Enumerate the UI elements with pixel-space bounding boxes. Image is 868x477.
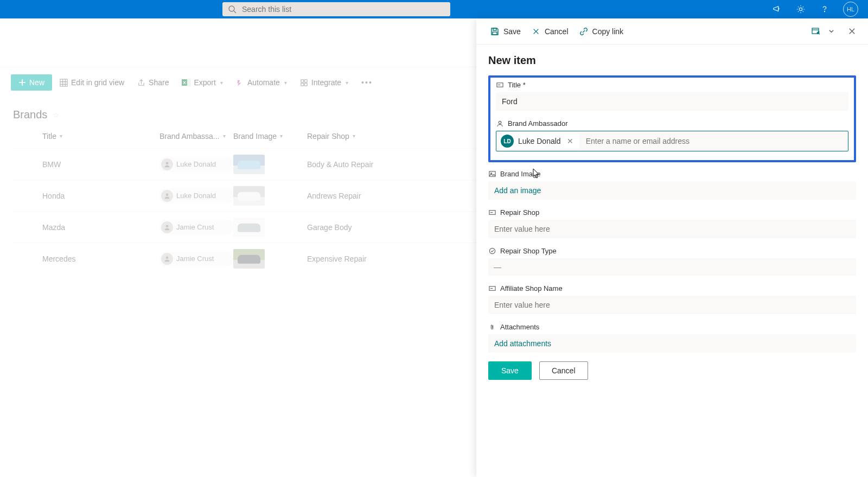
title-label-text: Title *: [508, 81, 526, 89]
text-field-icon: [488, 209, 496, 217]
field-attachments: Attachments Add attachments: [488, 323, 856, 353]
row-repair-shop: Garage Body: [307, 223, 405, 232]
field-brand-image: Brand Image Add an image: [488, 170, 856, 200]
svg-point-2: [799, 8, 802, 10]
column-header-repair-shop[interactable]: Repair Shop ▾: [307, 132, 405, 141]
add-image-link[interactable]: Add an image: [488, 181, 856, 200]
title-input[interactable]: [496, 92, 848, 111]
chip-name: Luke Donald: [518, 137, 561, 145]
panel-chevron-down-button[interactable]: [824, 24, 839, 39]
row-title[interactable]: Mercedes: [13, 255, 159, 263]
person-icon: [161, 221, 173, 233]
search-box[interactable]: [222, 2, 450, 16]
people-chip[interactable]: LD Luke Donald ✕: [500, 133, 579, 149]
chevron-down-icon: ▾: [346, 80, 348, 86]
excel-icon: X: [182, 78, 190, 87]
svg-point-24: [489, 248, 495, 253]
row-repair-shop: Body & Auto Repair: [307, 160, 405, 169]
text-field-icon: [488, 285, 496, 292]
svg-point-0: [229, 6, 234, 11]
panel-title: New item: [488, 54, 856, 67]
persona-chip[interactable]: Jamie Crust: [159, 251, 233, 266]
automate-label: Automate: [247, 78, 280, 87]
panel-copylink-label: Copy link: [592, 27, 624, 36]
panel-edit-form-button[interactable]: [808, 24, 824, 39]
attachments-label-text: Attachments: [500, 323, 539, 331]
column-header-ambassador[interactable]: Brand Ambassa... ▾: [159, 132, 233, 141]
repair-shop-type-value[interactable]: —: [488, 258, 856, 276]
column-header-image[interactable]: Brand Image ▾: [233, 132, 307, 141]
panel-commandbar: Save Cancel Copy link: [476, 18, 868, 44]
chevron-down-icon: ▾: [353, 133, 355, 139]
row-image: [233, 155, 307, 174]
megaphone-icon[interactable]: [771, 4, 782, 15]
row-ambassador: Luke Donald: [159, 188, 233, 203]
person-icon: [161, 158, 173, 170]
people-picker[interactable]: LD Luke Donald ✕: [496, 131, 848, 151]
car-thumbnail[interactable]: [233, 249, 265, 269]
row-title[interactable]: BMW: [13, 160, 159, 169]
panel-close-button[interactable]: [844, 24, 859, 39]
car-thumbnail[interactable]: [233, 218, 265, 237]
export-button[interactable]: X Export ▾: [176, 75, 228, 90]
svg-text:X: X: [183, 80, 187, 85]
add-attachments-link[interactable]: Add attachments: [488, 334, 856, 353]
cancel-button[interactable]: Cancel: [539, 361, 588, 380]
col-img-label: Brand Image: [233, 132, 277, 141]
new-button[interactable]: New: [11, 74, 52, 91]
share-icon: [137, 79, 145, 87]
svg-rect-17: [493, 32, 497, 35]
more-actions[interactable]: •••: [356, 75, 378, 90]
favorite-star-icon[interactable]: ☆: [53, 111, 60, 119]
svg-point-20: [499, 121, 501, 124]
svg-rect-11: [304, 83, 307, 86]
panel-copylink-button[interactable]: Copy link: [574, 24, 629, 39]
svg-rect-8: [301, 79, 304, 82]
save-icon: [490, 27, 499, 36]
svg-point-14: [166, 225, 169, 227]
row-title[interactable]: Mazda: [13, 223, 159, 232]
integrate-button[interactable]: Integrate ▾: [295, 75, 354, 90]
field-title: Title *: [496, 81, 848, 111]
persona-chip[interactable]: Luke Donald: [159, 188, 233, 203]
affiliate-input[interactable]: [488, 296, 856, 314]
ellipsis-icon: •••: [361, 78, 373, 87]
automate-button[interactable]: Automate ▾: [231, 75, 292, 90]
col-amb-label: Brand Ambassa...: [159, 132, 220, 141]
image-field-icon: [488, 170, 496, 178]
integrate-icon: [300, 79, 308, 87]
settings-icon[interactable]: [795, 4, 806, 15]
repair-shop-input[interactable]: [488, 220, 856, 238]
row-title[interactable]: Honda: [13, 192, 159, 200]
car-thumbnail[interactable]: [233, 186, 265, 206]
help-icon[interactable]: [819, 4, 830, 15]
persona-chip[interactable]: Jamie Crust: [159, 220, 233, 235]
search-input[interactable]: [241, 4, 445, 14]
user-avatar[interactable]: HL: [843, 2, 858, 17]
field-label-attachments: Attachments: [488, 323, 856, 331]
plus-icon: [18, 79, 26, 86]
column-header-title[interactable]: Title ▾: [13, 132, 159, 141]
car-thumbnail[interactable]: [233, 155, 265, 174]
panel-cancel-button[interactable]: Cancel: [526, 24, 574, 39]
panel-save-button[interactable]: Save: [485, 24, 526, 39]
chevron-down-icon: ▾: [284, 80, 287, 86]
field-repair-shop: Repair Shop: [488, 208, 856, 238]
chip-initials: LD: [501, 135, 514, 148]
chip-remove-icon[interactable]: ✕: [565, 137, 575, 145]
panel-cancel-label: Cancel: [545, 27, 569, 36]
edit-in-grid-view[interactable]: Edit in grid view: [54, 75, 130, 90]
panel-save-label: Save: [503, 27, 521, 36]
people-picker-input[interactable]: [585, 136, 845, 146]
chevron-down-icon: ▾: [223, 133, 226, 139]
ambassador-label-text: Brand Ambassador: [508, 119, 568, 128]
repair-shop-label-text: Repair Shop: [500, 208, 539, 217]
export-label: Export: [194, 78, 215, 87]
share-button[interactable]: Share: [132, 75, 174, 90]
persona-chip[interactable]: Luke Donald: [159, 157, 233, 172]
form-actions: Save Cancel: [488, 361, 856, 380]
save-button[interactable]: Save: [488, 361, 532, 380]
col-rep-label: Repair Shop: [307, 132, 349, 141]
topbar-right: HL: [771, 2, 863, 17]
text-field-icon: [496, 81, 503, 89]
